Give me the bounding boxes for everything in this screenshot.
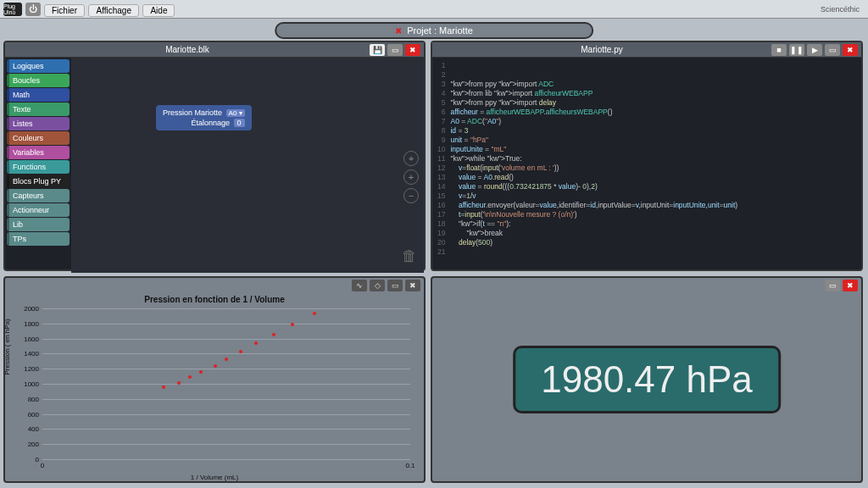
chart-ylabel: Pression ( en hPa) bbox=[3, 319, 11, 374]
chart-plot-area[interactable]: 020040060080010001200140016001800200000.… bbox=[42, 308, 410, 459]
blocks-canvas[interactable]: Pression Mariotte A0 ▾ Étalonnage 0 ⌖ + … bbox=[71, 58, 424, 273]
category-boucles[interactable]: Boucles bbox=[7, 74, 70, 87]
ytick-label: 1200 bbox=[17, 365, 39, 373]
category-logiques[interactable]: Logiques bbox=[7, 59, 70, 73]
project-title: Projet : Mariotte bbox=[407, 25, 473, 36]
block-port-tag[interactable]: A0 ▾ bbox=[226, 109, 245, 117]
maximize-icon[interactable]: ▭ bbox=[825, 280, 840, 291]
data-point bbox=[254, 341, 258, 345]
data-point bbox=[214, 364, 217, 368]
close-project-icon[interactable]: ✖ bbox=[395, 26, 402, 36]
menu-fichier[interactable]: Fichier bbox=[44, 4, 85, 17]
close-icon[interactable]: ✖ bbox=[843, 280, 858, 291]
data-point bbox=[239, 350, 242, 353]
category-tps[interactable]: TPs bbox=[7, 232, 70, 246]
category-texte[interactable]: Texte bbox=[7, 103, 70, 116]
code-panel: Mariotte.py ■ ❚❚ ▶ ▭ ✖ 1 2 3 4 5 6 7 8 9… bbox=[431, 41, 863, 271]
power-icon[interactable]: ⏻ bbox=[25, 3, 41, 16]
maximize-icon[interactable]: ▭ bbox=[387, 44, 403, 56]
ytick-label: 400 bbox=[17, 425, 39, 433]
close-icon[interactable]: ✖ bbox=[405, 280, 420, 291]
category-listes[interactable]: Listes bbox=[7, 117, 70, 130]
zoom-in-icon[interactable]: + bbox=[403, 169, 419, 185]
app-logo: Plug Uino bbox=[3, 3, 22, 16]
code-panel-title: Mariotte.py bbox=[432, 45, 771, 54]
data-point bbox=[291, 323, 294, 326]
play-icon[interactable]: ▶ bbox=[807, 44, 822, 56]
category-lib[interactable]: Lib bbox=[7, 218, 70, 231]
maximize-icon[interactable]: ▭ bbox=[387, 280, 403, 291]
ytick-label: 0 bbox=[17, 456, 39, 463]
data-point bbox=[199, 370, 203, 374]
xtick-label: 0 bbox=[41, 462, 44, 469]
blocks-panel-title: Mariotte.blk bbox=[5, 45, 370, 54]
wave-icon[interactable]: ∿ bbox=[352, 280, 367, 291]
ytick-label: 1800 bbox=[17, 319, 39, 327]
ytick-label: 1000 bbox=[17, 380, 39, 388]
data-point bbox=[188, 375, 192, 379]
data-point bbox=[225, 358, 228, 361]
blocks-panel: Mariotte.blk 💾 ▭ ✖ LogiquesBouclesMathTe… bbox=[3, 41, 426, 271]
chart-panel: ∿ ◇ ▭ ✖ Pression en fonction de 1 / Volu… bbox=[3, 276, 426, 483]
chart-xlabel: 1 / Volume (mL) bbox=[191, 474, 238, 481]
ytick-label: 800 bbox=[17, 395, 39, 402]
category-math[interactable]: Math bbox=[7, 88, 70, 102]
category-actionneur[interactable]: Actionneur bbox=[7, 203, 70, 217]
chart-title: Pression en fonction de 1 / Volume bbox=[5, 293, 424, 304]
category-couleurs[interactable]: Couleurs bbox=[7, 131, 70, 145]
ytick-label: 1400 bbox=[17, 350, 39, 358]
category-functions[interactable]: Functions bbox=[7, 160, 70, 174]
ytick-label: 1600 bbox=[17, 335, 39, 342]
pression-block[interactable]: Pression Mariotte A0 ▾ Étalonnage 0 bbox=[156, 105, 252, 130]
ytick-label: 2000 bbox=[17, 305, 39, 313]
maximize-icon[interactable]: ▭ bbox=[825, 44, 840, 56]
menu-aide[interactable]: Aide bbox=[142, 4, 175, 17]
project-bar: ✖ Projet : Mariotte bbox=[275, 22, 593, 39]
zoom-out-icon[interactable]: − bbox=[403, 188, 419, 203]
erase-icon[interactable]: ◇ bbox=[370, 280, 385, 291]
pressure-readout: 1980.47 hPa bbox=[513, 346, 781, 413]
data-point bbox=[313, 312, 316, 315]
save-icon[interactable]: 💾 bbox=[370, 44, 385, 56]
data-point bbox=[272, 333, 275, 336]
xtick-label: 0.1 bbox=[405, 462, 415, 469]
data-point bbox=[162, 385, 165, 389]
pause-icon[interactable]: ❚❚ bbox=[789, 44, 804, 56]
menu-affichage[interactable]: Affichage bbox=[88, 4, 139, 17]
category-variables[interactable]: Variables bbox=[7, 146, 70, 159]
close-icon[interactable]: ✖ bbox=[405, 44, 420, 56]
stop-icon[interactable]: ■ bbox=[771, 44, 787, 56]
category-capteurs[interactable]: Capteurs bbox=[7, 189, 70, 202]
data-point bbox=[177, 381, 181, 385]
code-editor[interactable]: 1 2 3 4 5 6 7 8 9 10 11 12 13 14 15 16 1… bbox=[432, 58, 861, 260]
ytick-label: 200 bbox=[17, 441, 39, 448]
close-icon[interactable]: ✖ bbox=[843, 44, 858, 56]
ytick-label: 600 bbox=[17, 410, 39, 418]
readout-panel: ▭ ✖ 1980.47 hPa bbox=[431, 276, 863, 483]
recenter-icon[interactable]: ⌖ bbox=[403, 151, 419, 166]
block-calib-value[interactable]: 0 bbox=[234, 119, 245, 127]
trash-icon[interactable]: 🗑 bbox=[402, 247, 419, 268]
category-blocs-plug-py[interactable]: Blocs Plug PY bbox=[7, 175, 70, 188]
brand-label: Sciencéthic bbox=[821, 5, 865, 14]
